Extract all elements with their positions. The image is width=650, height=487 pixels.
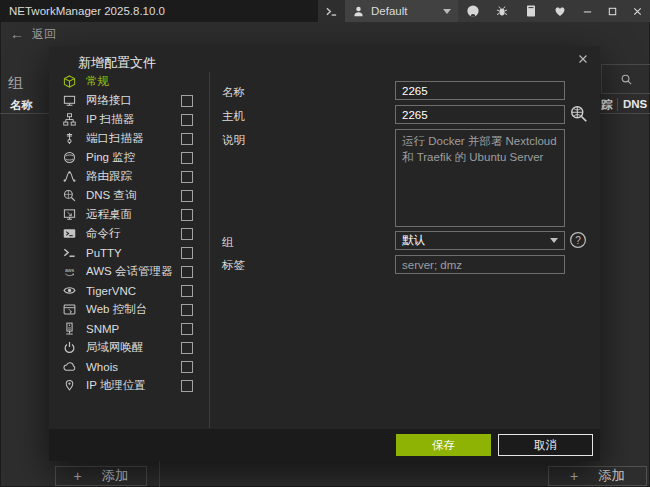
- dialog-sidebar-item-label: 远程桌面: [86, 207, 132, 222]
- arrow-left-icon[interactable]: ←: [10, 26, 24, 42]
- dialog-sidebar-item[interactable]: 端口扫描器: [62, 129, 193, 148]
- dialog-sidebar-item[interactable]: IP 地理位置: [62, 376, 193, 395]
- dialog-sidebar-item[interactable]: Whois: [62, 357, 193, 376]
- titlebar-left: NETworkManager 2025.8.10.0: [0, 0, 345, 22]
- dialog-sidebar-item[interactable]: awsAWS 会话管理器: [62, 262, 193, 281]
- chevron-down-icon: [443, 9, 451, 14]
- profiles-search-box[interactable]: [601, 64, 650, 94]
- add-group-label: 添加: [102, 467, 129, 485]
- minimize-icon[interactable]: [575, 0, 600, 22]
- dialog-sidebar: 常规网络接口IP 扫描器端口扫描器Ping 监控路由跟踪DNS 查询远程桌面命令…: [62, 72, 193, 395]
- groups-panel-title: 组: [8, 74, 23, 93]
- docs-icon[interactable]: [516, 0, 545, 22]
- dialog-sidebar-checkbox[interactable]: [181, 361, 193, 373]
- table-header-separator: [617, 98, 618, 111]
- window-controls: [575, 0, 650, 22]
- description-field[interactable]: 运行 Docker 并部署 Nextcloud 和 Traefik 的 Ubun…: [395, 129, 565, 227]
- dialog-sidebar-checkbox[interactable]: [181, 95, 193, 107]
- dialog-sidebar-checkbox[interactable]: [181, 285, 193, 297]
- save-button[interactable]: 保存: [396, 434, 491, 456]
- description-label: 说明: [222, 133, 245, 148]
- dialog-sidebar-item[interactable]: PuTTY: [62, 243, 193, 262]
- dialog-sidebar-item-label: IP 地理位置: [86, 378, 146, 393]
- dialog-sidebar-checkbox[interactable]: [181, 228, 193, 240]
- dialog-sidebar-item-label: TigerVNC: [86, 285, 136, 297]
- console-icon[interactable]: [318, 0, 345, 22]
- host-label: 主机: [222, 109, 245, 124]
- network-interface-icon: [62, 94, 77, 107]
- github-icon[interactable]: [458, 0, 487, 22]
- dialog-sidebar-item[interactable]: 常规: [62, 72, 193, 91]
- cloud-icon: [62, 360, 77, 373]
- cube-icon: [62, 75, 77, 88]
- terminal-icon: [62, 246, 77, 259]
- dialog-divider: [209, 72, 210, 428]
- add-profile-button[interactable]: + 添加: [548, 466, 647, 486]
- dialog-sidebar-checkbox[interactable]: [181, 304, 193, 316]
- svg-text:?: ?: [575, 235, 581, 246]
- dialog-sidebar-checkbox[interactable]: [181, 152, 193, 164]
- dialog-sidebar-item[interactable]: SNMP: [62, 319, 193, 338]
- dialog-sidebar-checkbox[interactable]: [181, 171, 193, 183]
- dialog-sidebar-item[interactable]: DNS 查询: [62, 186, 193, 205]
- back-button[interactable]: 返回: [32, 26, 56, 43]
- plus-icon: +: [74, 468, 82, 484]
- dialog-sidebar-item[interactable]: 命令行: [62, 224, 193, 243]
- add-profile-label: 添加: [598, 467, 625, 485]
- titlebar: NETworkManager 2025.8.10.0 Default: [0, 0, 650, 22]
- dialog-sidebar-checkbox[interactable]: [181, 133, 193, 145]
- dialog-sidebar-item-label: 网络接口: [86, 93, 132, 108]
- plus-icon: +: [570, 468, 578, 484]
- dialog-sidebar-checkbox[interactable]: [181, 380, 193, 392]
- dialog-sidebar-item[interactable]: 远程桌面: [62, 205, 193, 224]
- dialog-sidebar-checkbox[interactable]: [181, 323, 193, 335]
- maximize-icon[interactable]: [600, 0, 625, 22]
- dialog-sidebar-checkbox[interactable]: [181, 247, 193, 259]
- group-dropdown[interactable]: 默认: [395, 231, 565, 250]
- add-group-button[interactable]: + 添加: [55, 466, 147, 486]
- heart-icon[interactable]: [545, 0, 574, 22]
- dialog-sidebar-item-label: Whois: [86, 361, 118, 373]
- panels-divider: [159, 461, 160, 487]
- web-console-icon: [62, 303, 77, 316]
- dns-lookup-icon: [62, 189, 77, 202]
- host-field[interactable]: [395, 105, 565, 124]
- dialog-sidebar-item[interactable]: 局域网唤醒: [62, 338, 193, 357]
- name-field[interactable]: [395, 81, 565, 100]
- dialog-sidebar-item-label: 路由跟踪: [86, 169, 132, 184]
- dialog-sidebar-item[interactable]: Ping 监控: [62, 148, 193, 167]
- help-icon[interactable]: ?: [569, 231, 587, 249]
- aws-icon: aws: [62, 265, 77, 278]
- dialog-sidebar-checkbox[interactable]: [181, 266, 193, 278]
- dialog-sidebar-checkbox[interactable]: [181, 190, 193, 202]
- globe-search-icon[interactable]: [569, 104, 589, 124]
- dialog-sidebar-checkbox[interactable]: [181, 209, 193, 221]
- power-icon: [62, 341, 77, 354]
- name-label: 名称: [222, 85, 245, 100]
- dialog-sidebar-item-label: Web 控制台: [86, 302, 147, 317]
- dialog-sidebar-checkbox[interactable]: [181, 114, 193, 126]
- dialog-sidebar-item-label: 常规: [86, 74, 109, 89]
- cancel-button[interactable]: 取消: [498, 434, 593, 456]
- window-title: NETworkManager 2025.8.10.0: [9, 5, 165, 17]
- map-marker-icon: [62, 379, 77, 392]
- close-icon[interactable]: [625, 0, 650, 22]
- profile-label: Default: [371, 5, 407, 17]
- dialog-sidebar-item[interactable]: 网络接口: [62, 91, 193, 110]
- bug-icon[interactable]: [487, 0, 516, 22]
- tags-field[interactable]: [395, 255, 565, 274]
- dialog-sidebar-item[interactable]: 路由跟踪: [62, 167, 193, 186]
- dialog-sidebar-item[interactable]: IP 扫描器: [62, 110, 193, 129]
- eye-icon: [62, 284, 77, 297]
- dialog-close-icon[interactable]: [577, 53, 591, 67]
- dialog-sidebar-checkbox[interactable]: [181, 342, 193, 354]
- chevron-down-icon: [550, 238, 558, 243]
- dialog-sidebar-item[interactable]: TigerVNC: [62, 281, 193, 300]
- dialog-sidebar-item-label: SNMP: [86, 323, 119, 335]
- dialog-sidebar-item[interactable]: Web 控制台: [62, 300, 193, 319]
- dialog-sidebar-item-label: Ping 监控: [86, 150, 135, 165]
- add-profile-dialog: 新增配置文件 常规网络接口IP 扫描器端口扫描器Ping 监控路由跟踪DNS 查…: [49, 46, 600, 461]
- traceroute-icon: [62, 170, 77, 183]
- profile-selector[interactable]: Default: [345, 0, 458, 22]
- group-label: 组: [222, 235, 234, 250]
